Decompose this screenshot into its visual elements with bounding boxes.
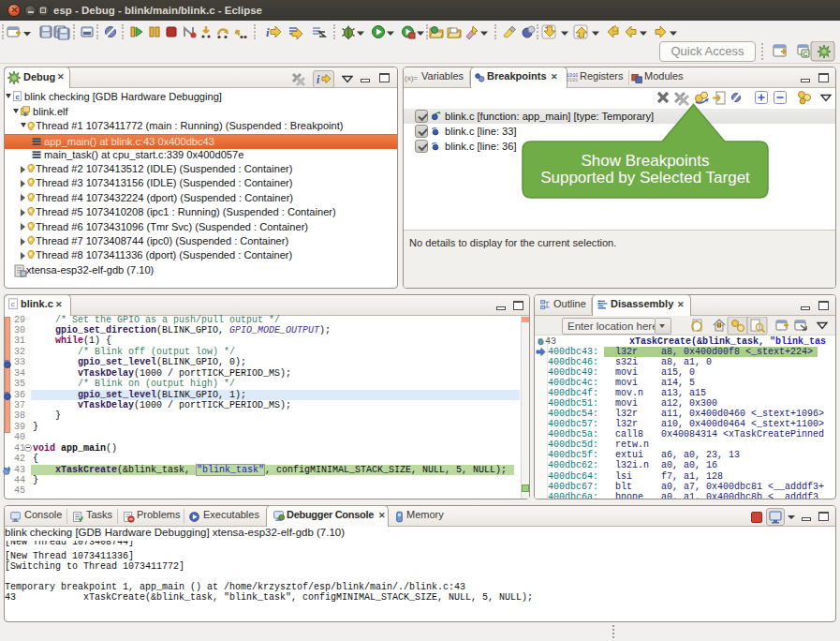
svg-text:c: c (11, 300, 15, 308)
svg-text:(x)=: (x)= (405, 74, 418, 82)
svg-text:0101: 0101 (567, 78, 578, 83)
svg-text:i: i (266, 25, 270, 39)
svg-text:c: c (15, 93, 19, 101)
svg-text:C: C (803, 51, 808, 57)
